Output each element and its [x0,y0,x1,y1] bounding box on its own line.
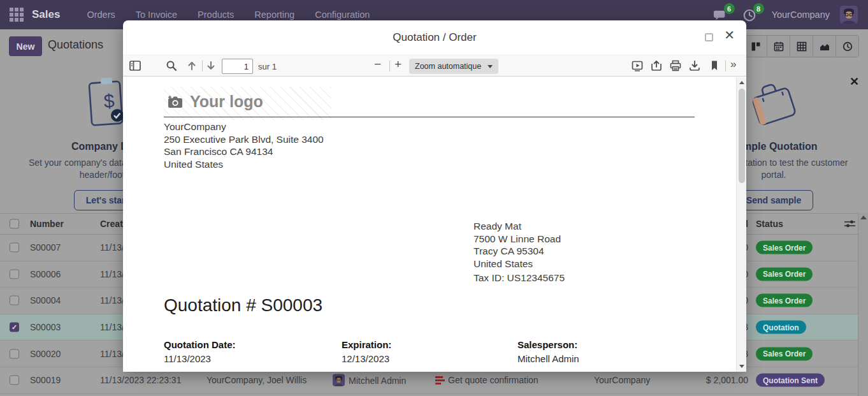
page-count-label: sur 1 [258,62,277,71]
company-switcher[interactable]: YourCompany [772,10,830,20]
cell-activity[interactable]: Get quote confirmation [435,375,539,385]
bookmark-icon[interactable] [709,60,720,71]
new-button[interactable]: New [9,36,42,56]
pivot-view-icon [797,41,807,52]
cell-number: S00003 [30,322,61,332]
optional-columns-icon[interactable] [844,219,855,228]
apps-grid-icon[interactable] [10,8,24,22]
select-all-checkbox[interactable] [10,219,19,229]
modal-title: Quotation / Order [123,31,746,44]
field-value-quotation-date: 11/13/2023 [164,353,211,364]
pdf-viewport: Your logo YourCompany 250 Executive Park… [123,77,746,372]
company-name: YourCompany [164,121,324,133]
company-address-block: YourCompany 250 Executive Park Blvd, Sui… [164,121,324,170]
row-checkbox[interactable] [10,269,19,279]
row-checkbox[interactable] [10,349,19,358]
view-pivot-button[interactable] [790,36,813,57]
zoom-mode-value: Zoom automatique [415,62,481,71]
field-value-expiration: 12/13/2023 [342,353,389,364]
cell-total: $ 2,001.00 [706,375,748,385]
page-scrollbar[interactable] [858,213,868,396]
header-rule [164,117,695,117]
pdf-scroll-up-arrow[interactable] [739,81,744,84]
status-badge-wrap: Quotation [756,321,806,334]
menu-configuration[interactable]: Configuration [315,10,370,20]
status-badge-wrap: Quotation Sent [756,374,825,387]
status-badge: Sales Order [756,267,813,281]
view-calendar-button[interactable] [767,36,790,57]
page-number-input[interactable] [222,59,253,74]
row-checkbox[interactable] [10,376,19,385]
cell-number: S00006 [30,269,61,279]
cell-number: S00007 [30,242,61,253]
salesperson-avatar [333,374,345,386]
status-badge: Sales Order [756,347,813,360]
cell-number: S00004 [30,295,61,305]
open-file-icon[interactable] [651,60,662,71]
document-title: Quotation # S00003 [164,295,322,316]
row-checkbox[interactable] [10,296,19,305]
screen: Sales Orders To Invoice Products Reporti… [0,0,868,396]
menu-reporting[interactable]: Reporting [254,10,294,20]
pdf-scroll-down-arrow[interactable] [739,365,744,368]
presentation-mode-icon[interactable] [632,60,643,71]
scroll-up-arrow[interactable] [860,216,867,219]
modal-header: Quotation / Order ✕ [123,20,746,55]
customer-address-block: Ready Mat 7500 W Linne Road Tracy CA 953… [474,220,565,284]
activity-label: Get quote confirmation [448,375,539,385]
zoom-in-icon[interactable]: + [394,57,401,71]
view-graph-button[interactable] [813,36,835,57]
customer-country: United States [474,258,565,270]
search-icon[interactable] [166,60,177,71]
pdf-scroll-thumb[interactable] [739,89,745,183]
sidebar-toggle-icon[interactable] [129,60,141,71]
row-checkbox[interactable] [10,323,19,332]
row-checkbox[interactable] [10,243,19,253]
field-value-salesperson: Mitchell Admin [517,353,579,364]
logo-text: Your logo [190,92,263,111]
toolbar-separator [725,61,726,71]
cell-number: S00019 [30,375,61,385]
expand-icon[interactable] [705,33,713,41]
menu-orders[interactable]: Orders [87,10,115,20]
company-country: United States [164,158,324,171]
close-icon[interactable]: ✕ [724,29,735,41]
activity-view-icon [843,41,853,52]
previous-page-icon[interactable] [186,60,198,71]
menu-products[interactable]: Products [198,10,234,20]
status-badge: Quotation [756,321,806,334]
salesperson-name: Mitchell Admin [349,375,406,385]
view-activity-button[interactable] [835,36,858,57]
zoom-mode-select[interactable]: Zoom automatique [409,59,498,74]
kanban-view-icon [751,41,761,52]
status-badge-wrap: Sales Order [756,347,813,360]
field-label-expiration: Expiration: [342,339,391,350]
cell-number: S00020 [30,349,61,359]
user-avatar[interactable] [840,6,858,24]
header-status[interactable]: Status [756,219,783,229]
next-page-icon[interactable] [205,60,217,71]
field-label-quotation-date: Quotation Date: [164,339,236,350]
more-tools-icon[interactable]: » [730,58,736,70]
status-badge: Sales Order [756,241,813,254]
download-icon[interactable] [689,60,700,71]
calendar-view-icon [774,41,784,52]
breadcrumb[interactable]: Quotations [48,38,103,52]
toolbar-separator [389,61,390,71]
header-number[interactable]: Number [30,219,64,229]
menu-to-invoice[interactable]: To Invoice [136,10,177,20]
print-icon[interactable] [670,60,681,71]
logo-row: Your logo [168,92,263,111]
cell-salesperson: Mitchell Admin [333,374,406,386]
pdf-toolbar: sur 1 − + Zoom automatique » [123,55,746,77]
zoom-out-icon[interactable]: − [374,57,381,71]
field-label-salesperson: Salesperson: [517,339,577,350]
status-badge-wrap: Sales Order [756,241,813,254]
messages-count-badge: 6 [724,3,735,14]
app-name[interactable]: Sales [32,8,60,21]
pdf-scrollbar[interactable] [736,77,746,372]
camera-plus-icon [168,95,184,109]
status-badge-wrap: Sales Order [756,294,813,307]
view-kanban-button[interactable] [744,36,767,57]
toolbar-separator [202,61,203,71]
